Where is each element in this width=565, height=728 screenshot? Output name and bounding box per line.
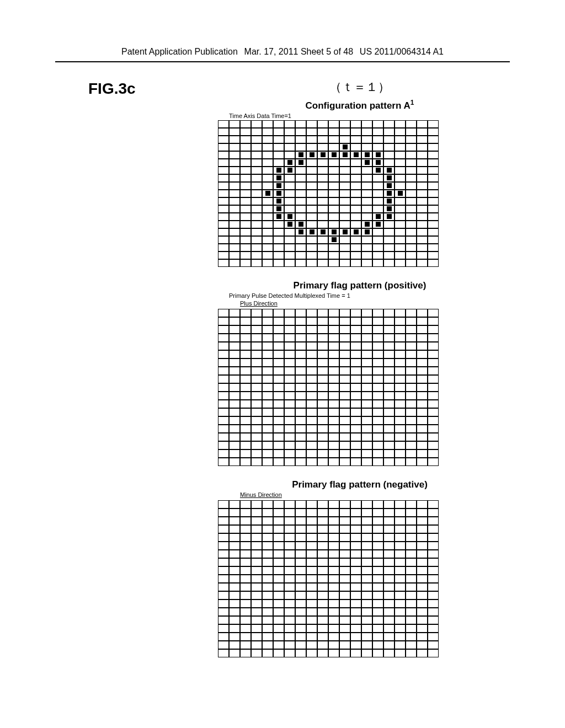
grid-cell bbox=[406, 500, 417, 508]
grid-cell bbox=[262, 383, 273, 392]
grid-cell bbox=[273, 350, 284, 358]
grid-cell bbox=[317, 309, 328, 317]
grid-cell bbox=[240, 259, 251, 267]
grid-cell bbox=[306, 174, 317, 182]
grid-cell bbox=[328, 350, 339, 358]
grid-cell bbox=[306, 205, 317, 213]
grid-cell bbox=[284, 608, 295, 616]
grid-cell bbox=[240, 500, 251, 508]
grid-cell bbox=[284, 367, 295, 375]
grid-cell bbox=[350, 350, 361, 358]
grid-cell bbox=[317, 236, 328, 244]
grid-cell bbox=[328, 517, 339, 525]
grid-cell bbox=[218, 205, 229, 213]
grid-cell bbox=[317, 542, 328, 550]
grid-cell bbox=[240, 649, 251, 657]
grid-cell bbox=[328, 244, 339, 251]
grid-cell bbox=[317, 508, 328, 517]
grid-cell bbox=[229, 375, 240, 383]
grid-cell bbox=[372, 649, 383, 657]
grid-cell bbox=[306, 533, 317, 542]
grid-cell bbox=[251, 542, 262, 550]
grid-cell bbox=[262, 159, 273, 167]
grid-cell bbox=[218, 342, 229, 350]
grid-cell bbox=[328, 358, 339, 367]
grid-cell bbox=[317, 358, 328, 367]
grid-row bbox=[218, 358, 439, 367]
grid-cell bbox=[306, 143, 317, 151]
grid-cell bbox=[306, 228, 317, 236]
grid-cell bbox=[295, 508, 306, 517]
grid-cell bbox=[339, 367, 350, 375]
grid-cell bbox=[218, 392, 229, 400]
grid-row bbox=[218, 143, 439, 151]
grid-cell bbox=[306, 120, 317, 128]
grid-cell bbox=[350, 533, 361, 542]
grid-cell bbox=[317, 197, 328, 205]
grid-cell bbox=[339, 228, 350, 236]
grid-cell bbox=[295, 167, 306, 174]
grid-cell bbox=[361, 128, 372, 136]
grid-cell bbox=[251, 616, 262, 624]
grid-cell bbox=[262, 358, 273, 367]
grid-cell bbox=[229, 641, 240, 649]
grid-cell bbox=[262, 566, 273, 575]
grid-cell bbox=[428, 213, 439, 221]
grid-cell bbox=[251, 167, 262, 174]
grid-cell bbox=[372, 599, 383, 608]
grid-cell bbox=[295, 358, 306, 367]
grid-row bbox=[218, 641, 439, 649]
grid-cell bbox=[306, 416, 317, 425]
primary-flag-negative-grid bbox=[218, 500, 439, 657]
grid-cell bbox=[428, 358, 439, 367]
grid-cell bbox=[417, 174, 428, 182]
grid-cell bbox=[284, 358, 295, 367]
grid-cell bbox=[406, 174, 417, 182]
grid-cell bbox=[251, 525, 262, 533]
grid-cell bbox=[306, 190, 317, 197]
grid-cell bbox=[395, 508, 406, 517]
grid-cell bbox=[317, 174, 328, 182]
grid-cell bbox=[218, 251, 229, 259]
grid-cell bbox=[395, 542, 406, 550]
grid-cell bbox=[372, 633, 383, 641]
grid-cell bbox=[295, 575, 306, 583]
grid-cell bbox=[218, 259, 229, 267]
grid-cell bbox=[428, 641, 439, 649]
grid-cell bbox=[395, 533, 406, 542]
grid-cell bbox=[240, 416, 251, 425]
grid-cell bbox=[284, 633, 295, 641]
grid-row bbox=[218, 508, 439, 517]
grid-cell bbox=[406, 533, 417, 542]
grid-cell bbox=[218, 213, 229, 221]
grid-cell bbox=[372, 550, 383, 558]
grid-cell bbox=[428, 416, 439, 425]
grid-cell bbox=[306, 575, 317, 583]
grid-cell bbox=[383, 425, 395, 433]
grid-cell bbox=[406, 599, 417, 608]
grid-cell bbox=[229, 649, 240, 657]
grid-cell bbox=[328, 542, 339, 550]
grid-cell bbox=[417, 517, 428, 525]
grid-row bbox=[218, 558, 439, 566]
grid-cell bbox=[372, 317, 383, 325]
grid-cell bbox=[284, 392, 295, 400]
grid-cell bbox=[284, 205, 295, 213]
header-right: US 2011/0064314 A1 bbox=[360, 47, 444, 57]
grid-cell bbox=[218, 575, 229, 583]
grid-cell bbox=[361, 400, 372, 408]
grid-cell bbox=[317, 182, 328, 190]
grid-cell bbox=[406, 221, 417, 228]
t-value-line: （ｔ＝１） bbox=[210, 79, 510, 95]
grid-cell bbox=[417, 197, 428, 205]
grid-cell bbox=[383, 633, 395, 641]
grid-cell bbox=[428, 599, 439, 608]
grid-cell bbox=[339, 408, 350, 416]
grid-cell bbox=[428, 182, 439, 190]
grid-cell bbox=[284, 500, 295, 508]
grid-cell bbox=[406, 449, 417, 458]
grid-cell bbox=[218, 525, 229, 533]
grid-cell bbox=[417, 151, 428, 159]
grid-cell bbox=[273, 383, 284, 392]
grid-cell bbox=[229, 624, 240, 633]
